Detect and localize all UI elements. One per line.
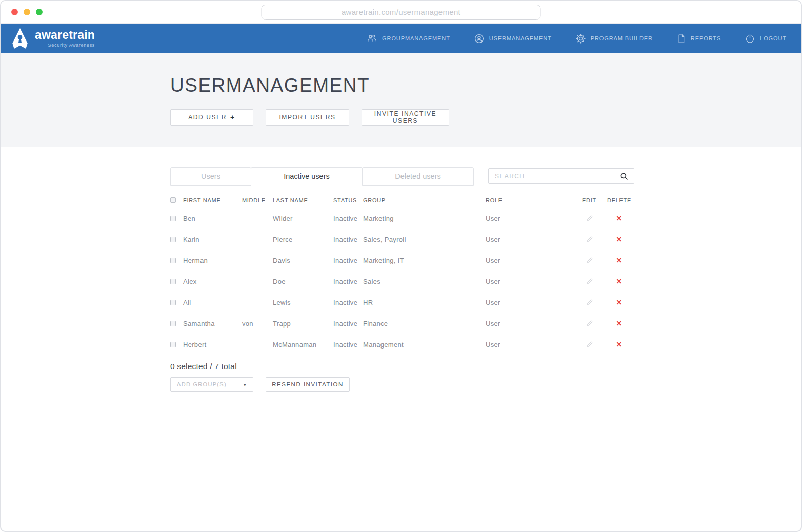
row-checkbox[interactable]	[170, 321, 176, 326]
cell-group: Sales	[363, 278, 486, 285]
add-user-label: ADD USER	[188, 114, 227, 121]
cell-group: Management	[363, 341, 486, 349]
cell-role: User	[486, 236, 574, 243]
row-checkbox[interactable]	[170, 258, 176, 263]
nav-item-label: GROUPMANAGEMENT	[382, 35, 450, 42]
row-checkbox[interactable]	[170, 342, 176, 347]
cell-first-name: Herbert	[183, 341, 242, 349]
address-bar[interactable]: awaretrain.com/usermanagement	[262, 5, 541, 20]
cell-first-name: Ali	[183, 299, 242, 306]
main-nav: awaretrain Security Awareness GROUPMANAG…	[1, 24, 801, 53]
close-window-button[interactable]	[11, 9, 18, 15]
header-middle: MIDDLE	[242, 197, 273, 203]
group-icon	[367, 33, 377, 44]
delete-x-icon[interactable]: ✕	[616, 257, 622, 264]
nav-item-reports[interactable]: REPORTS	[676, 33, 721, 44]
plus-icon: +	[230, 113, 235, 121]
add-groups-label: ADD GROUP(S)	[177, 381, 227, 387]
nav-item-label: PROGRAM BUILDER	[591, 35, 653, 42]
selection-summary: 0 selected / 7 total	[170, 362, 801, 371]
page-title: USERMANAGEMENT	[170, 53, 801, 96]
padlock-a-logo-icon	[10, 28, 30, 49]
cell-status: Inactive	[333, 215, 363, 222]
search-box	[488, 168, 634, 184]
table-row: Herbert McMannaman Inactive Management U…	[170, 334, 634, 355]
cell-role: User	[486, 257, 574, 264]
delete-x-icon[interactable]: ✕	[616, 278, 622, 285]
cell-last-name: Davis	[273, 257, 333, 264]
cell-group: Marketing	[363, 215, 486, 222]
row-checkbox[interactable]	[170, 237, 176, 242]
cell-role: User	[486, 215, 574, 222]
delete-x-icon[interactable]: ✕	[616, 320, 622, 327]
table-body: Ben Wilder Inactive Marketing User ✕ Kar…	[170, 208, 634, 355]
cell-first-name: Samantha	[183, 320, 242, 328]
edit-pencil-icon[interactable]	[586, 320, 593, 328]
nav-item-program-builder[interactable]: PROGRAM BUILDER	[575, 33, 653, 44]
cell-last-name: Doe	[273, 278, 333, 285]
resend-invitation-button[interactable]: RESEND INVITATION	[266, 377, 350, 392]
header-delete: DELETE	[604, 197, 634, 203]
traffic-lights	[11, 9, 43, 15]
nav-item-usermanagement[interactable]: USERMANAGEMENT	[474, 33, 552, 44]
table-row: Ben Wilder Inactive Marketing User ✕	[170, 208, 634, 229]
zoom-window-button[interactable]	[36, 9, 43, 15]
cell-status: Inactive	[333, 236, 363, 243]
header-status: STATUS	[333, 197, 363, 203]
cell-group: Finance	[363, 320, 486, 328]
cell-first-name: Ben	[183, 215, 242, 222]
cell-group: Marketing, IT	[363, 257, 486, 264]
invite-inactive-users-button[interactable]: INVITE INACTIVE USERS	[362, 109, 449, 126]
cell-last-name: Lewis	[273, 299, 333, 306]
cell-status: Inactive	[333, 299, 363, 306]
cell-status: Inactive	[333, 320, 363, 328]
brand-logo[interactable]: awaretrain Security Awareness	[10, 28, 95, 49]
edit-pencil-icon[interactable]	[586, 299, 593, 306]
edit-pencil-icon[interactable]	[586, 257, 593, 264]
delete-x-icon[interactable]: ✕	[616, 236, 622, 243]
cell-first-name: Alex	[183, 278, 242, 285]
chevron-down-icon: ▾	[244, 382, 247, 387]
search-input[interactable]	[494, 172, 619, 180]
select-all-checkbox[interactable]	[170, 197, 176, 203]
row-checkbox[interactable]	[170, 279, 176, 284]
table-row: Ali Lewis Inactive HR User ✕	[170, 292, 634, 313]
edit-pencil-icon[interactable]	[586, 278, 593, 285]
cell-last-name: McMannaman	[273, 341, 333, 349]
header-group: GROUP	[363, 197, 486, 203]
cell-status: Inactive	[333, 341, 363, 349]
row-checkbox[interactable]	[170, 300, 176, 305]
cell-first-name: Herman	[183, 257, 242, 264]
delete-x-icon[interactable]: ✕	[616, 299, 622, 306]
report-icon	[676, 33, 686, 44]
add-user-button[interactable]: ADD USER +	[170, 109, 253, 126]
bulk-actions: ADD GROUP(S) ▾ RESEND INVITATION	[170, 377, 801, 392]
tab-users[interactable]: Users	[170, 167, 251, 186]
tab-bar: Users Inactive users Deleted users	[170, 167, 474, 186]
edit-pencil-icon[interactable]	[586, 215, 593, 222]
tab-deleted-users[interactable]: Deleted users	[362, 167, 474, 186]
nav-items: GROUPMANAGEMENT USERMANAGEMENT	[367, 33, 801, 44]
import-users-button[interactable]: IMPORT USERS	[266, 109, 349, 126]
nav-item-label: LOGOUT	[760, 35, 787, 42]
users-table: FIRST NAME MIDDLE LAST NAME STATUS GROUP…	[170, 193, 634, 355]
table-header-row: FIRST NAME MIDDLE LAST NAME STATUS GROUP…	[170, 193, 634, 208]
add-groups-select[interactable]: ADD GROUP(S) ▾	[170, 377, 253, 392]
table-row: Alex Doe Inactive Sales User ✕	[170, 271, 634, 292]
header-first-name: FIRST NAME	[183, 197, 242, 203]
logout-icon	[745, 33, 755, 44]
gear-icon	[575, 33, 586, 44]
edit-pencil-icon[interactable]	[586, 341, 593, 349]
delete-x-icon[interactable]: ✕	[616, 215, 622, 222]
search-icon[interactable]	[619, 172, 629, 181]
nav-item-logout[interactable]: LOGOUT	[745, 33, 787, 44]
tab-inactive-users[interactable]: Inactive users	[251, 167, 363, 186]
nav-item-groupmanagement[interactable]: GROUPMANAGEMENT	[367, 33, 450, 44]
edit-pencil-icon[interactable]	[586, 236, 593, 243]
page-actions: ADD USER + IMPORT USERS INVITE INACTIVE …	[170, 109, 801, 126]
cell-group: Sales, Payroll	[363, 236, 486, 243]
delete-x-icon[interactable]: ✕	[616, 341, 622, 348]
minimize-window-button[interactable]	[24, 9, 30, 15]
cell-role: User	[486, 299, 574, 306]
row-checkbox[interactable]	[170, 216, 176, 221]
